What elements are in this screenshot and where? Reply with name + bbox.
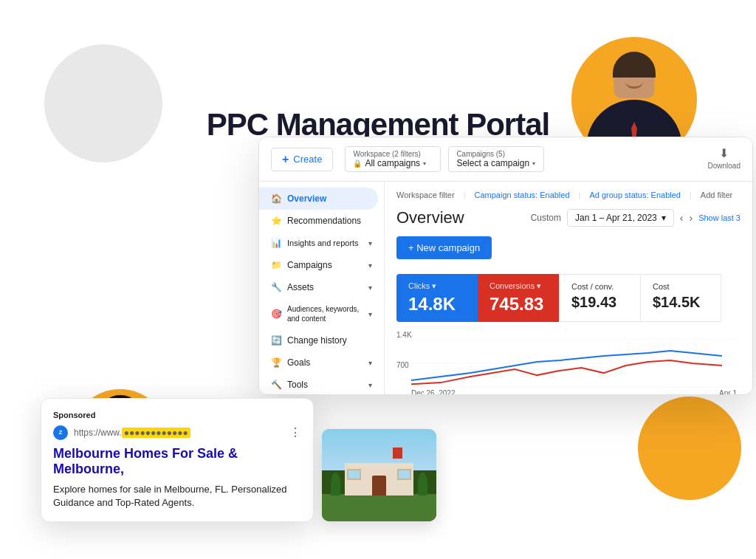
bg-circle-left [44, 44, 162, 162]
sidebar-item-insights-label: Insights and reports [287, 238, 359, 248]
date-dropdown-arrow: ▾ [662, 213, 666, 223]
metrics-row: Clicks ▾ 14.8K Conversions ▾ 745.83 Cost… [396, 274, 740, 322]
dashboard-body: 🏠 Overview ⭐ Recommendations 📊 Insights … [259, 182, 752, 395]
assets-arrow-icon: ▾ [368, 284, 372, 292]
sidebar-item-tools-label: Tools [287, 380, 308, 390]
campaigns-filter-arrow: ▾ [532, 160, 535, 167]
overview-title: Overview [396, 208, 464, 227]
dashboard-window: + Create Workspace (2 filters) 🔒 All cam… [258, 137, 753, 395]
sidebar-item-recommendations-label: Recommendations [287, 216, 361, 226]
next-date-icon[interactable]: › [689, 212, 693, 224]
chart-x-right: Apr 1 [719, 389, 737, 395]
dashboard-header: + Create Workspace (2 filters) 🔒 All cam… [259, 137, 752, 182]
cost-conv-metric: Cost / conv. $19.43 [559, 274, 640, 322]
workspace-chip[interactable]: Workspace filter [396, 191, 455, 199]
ad-url: https://www.●●●●●●●●●●●● [74, 428, 284, 438]
ad-more-button[interactable]: ⋮ [289, 425, 301, 439]
main-content: Workspace filter | Campaign status: Enab… [385, 182, 752, 395]
ad-favicon: Z [53, 425, 68, 440]
bg-circle-bottom-right [638, 397, 741, 500]
cost-metric: Cost $14.5K [640, 274, 721, 322]
sidebar-item-history-label: Change history [287, 335, 347, 346]
goals-arrow-icon: ▾ [368, 359, 372, 367]
workspace-filter-value: 🔒 All campaigns ▾ [353, 158, 433, 168]
date-range: Custom Jan 1 – Apr 21, 2023 ▾ ‹ › Show l… [531, 209, 740, 227]
date-range-button[interactable]: Jan 1 – Apr 21, 2023 ▾ [567, 209, 674, 227]
goals-icon: 🏆 [271, 357, 281, 368]
conversions-value: 745.83 [489, 294, 547, 315]
home-icon: 🏠 [271, 193, 281, 204]
ad-url-row: Z https://www.●●●●●●●●●●●● ⋮ [53, 425, 301, 440]
chart-svg [411, 340, 737, 388]
create-button[interactable]: + Create [271, 148, 333, 171]
sidebar-item-assets-label: Assets [287, 282, 314, 292]
workspace-filter-arrow: ▾ [423, 160, 426, 167]
date-range-value: Jan 1 – Apr 21, 2023 [575, 213, 657, 223]
bc-divider-1: | [464, 191, 466, 199]
bc-divider-3: | [690, 191, 692, 199]
star-icon: ⭐ [271, 216, 281, 226]
sidebar-item-overview[interactable]: 🏠 Overview [259, 188, 378, 210]
sidebar-item-overview-label: Overview [287, 193, 326, 204]
chart-area: 1.4K 700 Dec 26, 2022 Apr 1 [396, 331, 740, 395]
clicks-label: Clicks ▾ [408, 281, 466, 291]
sidebar-item-history[interactable]: 🔄 Change history [259, 329, 384, 351]
sidebar-item-insights[interactable]: 📊 Insights and reports ▾ [259, 232, 384, 254]
show-last-link[interactable]: Show last 3 [698, 213, 740, 222]
sidebar-item-tools[interactable]: 🔨 Tools ▾ [259, 374, 384, 395]
insights-arrow-icon: ▾ [368, 239, 372, 247]
cost-value: $14.5K [653, 294, 709, 311]
chart-y-mid: 700 [396, 361, 409, 369]
campaigns-filter[interactable]: Campaigns (5) Select a campaign ▾ [448, 146, 544, 172]
sidebar-item-campaigns[interactable]: 📁 Campaigns ▾ [259, 254, 384, 276]
new-campaign-button[interactable]: + New campaign [396, 236, 492, 259]
history-icon: 🔄 [271, 335, 281, 346]
ad-description: Explore homes for sale in Melbourne, FL.… [53, 483, 301, 510]
chart-x-left: Dec 26, 2022 [411, 389, 456, 395]
custom-label: Custom [531, 213, 561, 223]
sidebar-item-audiences[interactable]: 🎯 Audiences, keywords, and content ▾ [259, 298, 384, 329]
overview-header: Overview Custom Jan 1 – Apr 21, 2023 ▾ ‹… [396, 208, 740, 227]
ad-title[interactable]: Melbourne Homes For Sale & Melbourne, [53, 446, 301, 477]
prev-date-icon[interactable]: ‹ [680, 212, 684, 224]
cost-label: Cost [653, 282, 709, 291]
workspace-filter-label: Workspace (2 filters) [353, 150, 433, 158]
ad-card: Sponsored Z https://www.●●●●●●●●●●●● ⋮ M… [41, 398, 314, 522]
workspace-filter[interactable]: Workspace (2 filters) 🔒 All campaigns ▾ [345, 146, 441, 172]
sidebar-item-goals-label: Goals [287, 357, 310, 368]
clicks-value: 14.8K [408, 294, 466, 315]
tools-icon: 🔨 [271, 380, 281, 390]
add-filter-chip[interactable]: Add filter [701, 191, 732, 199]
conversions-metric: Conversions ▾ 745.83 [478, 274, 559, 322]
action-row: + New campaign ⬇ Download [396, 236, 740, 268]
sidebar-item-goals[interactable]: 🏆 Goals ▾ [259, 351, 384, 374]
house-illustration [322, 429, 436, 521]
house-image [322, 429, 436, 521]
cost-conv-value: $19.43 [571, 294, 628, 311]
clicks-metric: Clicks ▾ 14.8K [396, 274, 478, 322]
ad-url-highlight: ●●●●●●●●●●●● [122, 428, 190, 438]
audiences-icon: 🎯 [271, 309, 281, 319]
assets-icon: 🔧 [271, 282, 281, 292]
campaigns-filter-label: Campaigns (5) [456, 150, 536, 158]
ad-sponsored-label: Sponsored [53, 411, 301, 419]
sidebar: 🏠 Overview ⭐ Recommendations 📊 Insights … [259, 182, 385, 395]
campaigns-arrow-icon: ▾ [368, 261, 372, 270]
ad-group-status-chip[interactable]: Ad group status: Enabled [589, 191, 681, 199]
sidebar-item-assets[interactable]: 🔧 Assets ▾ [259, 276, 384, 298]
cost-conv-label: Cost / conv. [571, 282, 628, 291]
sidebar-item-recommendations[interactable]: ⭐ Recommendations [259, 210, 384, 232]
sidebar-item-campaigns-label: Campaigns [287, 260, 332, 270]
breadcrumb-filters: Workspace filter | Campaign status: Enab… [396, 191, 740, 199]
folder-icon: 📁 [271, 260, 281, 270]
bc-divider-2: | [579, 191, 581, 199]
chart-icon: 📊 [271, 238, 281, 248]
campaign-status-chip[interactable]: Campaign status: Enabled [475, 191, 570, 199]
plus-icon: + [282, 153, 289, 166]
chart-y-top: 1.4K [396, 331, 412, 339]
tools-arrow-icon: ▾ [368, 381, 372, 389]
conversions-label: Conversions ▾ [489, 281, 547, 291]
sidebar-item-audiences-label: Audiences, keywords, and content [287, 304, 362, 323]
filter-group: Workspace (2 filters) 🔒 All campaigns ▾ … [345, 146, 740, 172]
audiences-arrow-icon: ▾ [368, 310, 372, 318]
